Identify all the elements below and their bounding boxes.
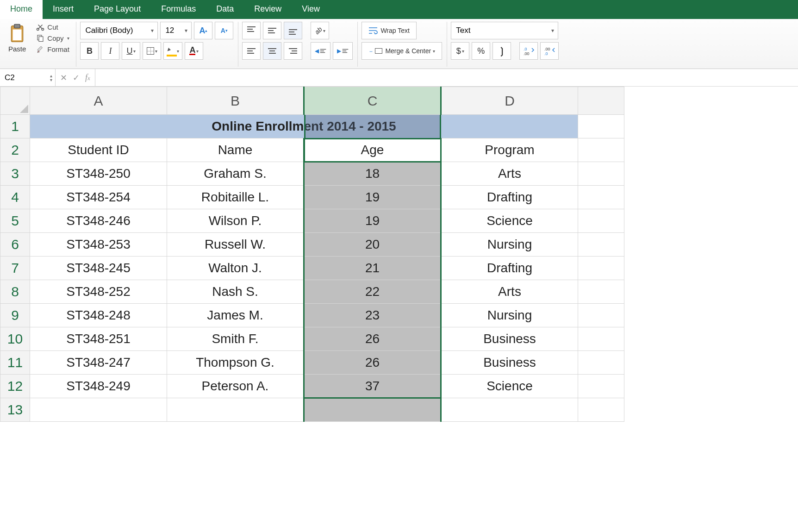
fx-icon[interactable]: fx bbox=[85, 73, 90, 82]
cell-E2[interactable] bbox=[578, 138, 624, 162]
currency-button[interactable]: $▾ bbox=[451, 42, 469, 60]
cell-D2[interactable]: Program bbox=[441, 138, 578, 162]
enter-formula-button[interactable]: ✓ bbox=[73, 73, 80, 83]
cell-B5[interactable]: Wilson P. bbox=[167, 209, 304, 233]
decrease-decimal-button[interactable]: .00.0 bbox=[540, 42, 559, 60]
cell-E8[interactable] bbox=[578, 280, 624, 304]
cell-C4[interactable]: 19 bbox=[304, 186, 441, 209]
row-header-13[interactable]: 13 bbox=[0, 398, 30, 422]
col-header-D[interactable]: D bbox=[441, 87, 578, 115]
cell-A7[interactable]: ST348-245 bbox=[30, 257, 167, 280]
align-left-button[interactable] bbox=[242, 42, 261, 60]
decrease-font-button[interactable]: A▾ bbox=[215, 22, 233, 39]
cut-button[interactable]: Cut bbox=[34, 22, 71, 32]
cell-D9[interactable]: Nursing bbox=[441, 304, 578, 327]
cell-D10[interactable]: Business bbox=[441, 327, 578, 351]
wrap-text-button[interactable]: Wrap Text bbox=[362, 22, 417, 39]
italic-button[interactable]: I bbox=[101, 42, 119, 60]
increase-indent-button[interactable]: ▶ bbox=[333, 42, 353, 60]
cell-B4[interactable]: Robitaille L. bbox=[167, 186, 304, 209]
bold-button[interactable]: B bbox=[80, 42, 99, 60]
cell-E4[interactable] bbox=[578, 186, 624, 209]
cell-C9[interactable]: 23 bbox=[304, 304, 441, 327]
cell-B6[interactable]: Russell W. bbox=[167, 233, 304, 257]
cell-D4[interactable]: Drafting bbox=[441, 186, 578, 209]
name-box[interactable]: C2 ▴▾ bbox=[0, 69, 56, 86]
border-button[interactable]: ▾ bbox=[143, 42, 161, 60]
cell-A5[interactable]: ST348-246 bbox=[30, 209, 167, 233]
cell-E9[interactable] bbox=[578, 304, 624, 327]
col-header-B[interactable]: B bbox=[167, 87, 304, 115]
row-header-2[interactable]: 2 bbox=[0, 138, 30, 162]
tab-formulas[interactable]: Formulas bbox=[151, 0, 206, 19]
row-header-8[interactable]: 8 bbox=[0, 280, 30, 304]
format-painter-button[interactable]: Format bbox=[34, 44, 71, 54]
cell-E11[interactable] bbox=[578, 351, 624, 375]
cell-C11[interactable]: 26 bbox=[304, 351, 441, 375]
align-right-button[interactable] bbox=[284, 42, 302, 60]
cell-C2[interactable]: Age bbox=[304, 138, 441, 162]
font-name-select[interactable]: Calibri (Body) bbox=[80, 22, 158, 39]
select-all-corner[interactable] bbox=[0, 87, 30, 115]
cell-C5[interactable]: 19 bbox=[304, 209, 441, 233]
cell-E13[interactable] bbox=[578, 398, 624, 422]
tab-page-layout[interactable]: Page Layout bbox=[84, 0, 151, 19]
cell-A9[interactable]: ST348-248 bbox=[30, 304, 167, 327]
increase-decimal-button[interactable]: .0.00 bbox=[519, 42, 538, 60]
cell-E1[interactable] bbox=[578, 115, 624, 138]
cell-D8[interactable]: Arts bbox=[441, 280, 578, 304]
align-center-button[interactable] bbox=[263, 42, 281, 60]
cell-A11[interactable]: ST348-247 bbox=[30, 351, 167, 375]
cell-B3[interactable]: Graham S. bbox=[167, 162, 304, 186]
font-color-button[interactable]: A▾ bbox=[185, 42, 203, 60]
tab-insert[interactable]: Insert bbox=[43, 0, 84, 19]
cell-B9[interactable]: James M. bbox=[167, 304, 304, 327]
row-header-12[interactable]: 12 bbox=[0, 375, 30, 398]
cell-A8[interactable]: ST348-252 bbox=[30, 280, 167, 304]
copy-button[interactable]: Copy▾ bbox=[34, 33, 71, 43]
paste-button[interactable]: Paste bbox=[5, 22, 30, 55]
cell-B13[interactable] bbox=[167, 398, 304, 422]
cell-E10[interactable] bbox=[578, 327, 624, 351]
row-header-10[interactable]: 10 bbox=[0, 327, 30, 351]
title-merged-cell[interactable]: Online Enrollment 2014 - 2015 bbox=[30, 115, 578, 138]
cell-D13[interactable] bbox=[441, 398, 578, 422]
cell-A2[interactable]: Student ID bbox=[30, 138, 167, 162]
row-header-3[interactable]: 3 bbox=[0, 162, 30, 186]
cell-B11[interactable]: Thompson G. bbox=[167, 351, 304, 375]
tab-data[interactable]: Data bbox=[206, 0, 244, 19]
col-header-E[interactable] bbox=[578, 87, 624, 115]
cell-B8[interactable]: Nash S. bbox=[167, 280, 304, 304]
cell-C3[interactable]: 18 bbox=[304, 162, 441, 186]
align-middle-button[interactable] bbox=[263, 22, 281, 39]
fill-color-button[interactable]: ▾ bbox=[163, 42, 182, 60]
row-header-6[interactable]: 6 bbox=[0, 233, 30, 257]
cell-C6[interactable]: 20 bbox=[304, 233, 441, 257]
cell-A3[interactable]: ST348-250 bbox=[30, 162, 167, 186]
row-header-5[interactable]: 5 bbox=[0, 209, 30, 233]
cell-E6[interactable] bbox=[578, 233, 624, 257]
row-header-7[interactable]: 7 bbox=[0, 257, 30, 280]
cell-C10[interactable]: 26 bbox=[304, 327, 441, 351]
name-box-spinner[interactable]: ▴▾ bbox=[50, 74, 52, 82]
increase-font-button[interactable]: A▴ bbox=[194, 22, 212, 39]
formula-input[interactable] bbox=[95, 69, 798, 86]
cell-E3[interactable] bbox=[578, 162, 624, 186]
cell-B7[interactable]: Walton J. bbox=[167, 257, 304, 280]
row-header-9[interactable]: 9 bbox=[0, 304, 30, 327]
cell-E5[interactable] bbox=[578, 209, 624, 233]
cell-C8[interactable]: 22 bbox=[304, 280, 441, 304]
cell-A4[interactable]: ST348-254 bbox=[30, 186, 167, 209]
cell-A12[interactable]: ST348-249 bbox=[30, 375, 167, 398]
percent-button[interactable]: % bbox=[472, 42, 490, 60]
tab-view[interactable]: View bbox=[292, 0, 330, 19]
cell-D11[interactable]: Business bbox=[441, 351, 578, 375]
row-header-11[interactable]: 11 bbox=[0, 351, 30, 375]
cell-B12[interactable]: Peterson A. bbox=[167, 375, 304, 398]
orientation-button[interactable]: ab▾ bbox=[311, 22, 329, 39]
underline-button[interactable]: U▾ bbox=[122, 42, 140, 60]
font-size-select[interactable]: 12 bbox=[160, 22, 192, 39]
cell-D3[interactable]: Arts bbox=[441, 162, 578, 186]
cell-E7[interactable] bbox=[578, 257, 624, 280]
cell-D6[interactable]: Nursing bbox=[441, 233, 578, 257]
